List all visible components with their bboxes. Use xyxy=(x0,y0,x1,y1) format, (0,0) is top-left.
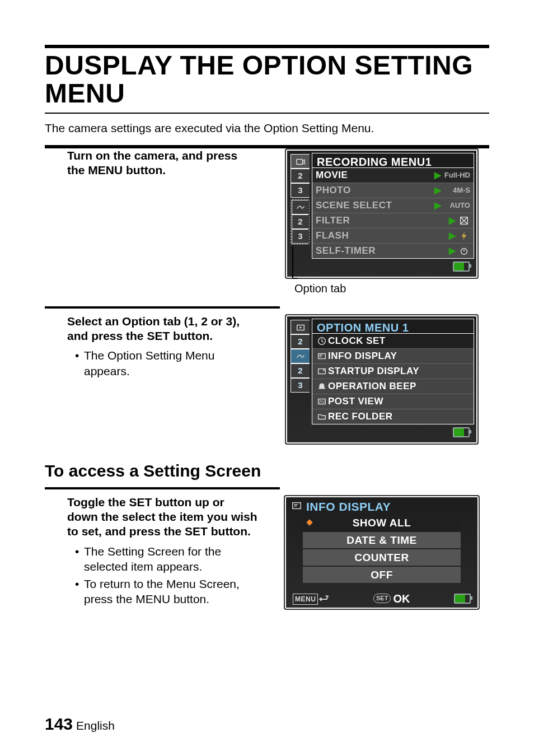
page-title: DUSPLAY THE OPTION SETTING MENU xyxy=(45,52,489,108)
option-menu-screen: 2 2 3 OPTION MENU 1 CLOCK SET INFO DISPL… xyxy=(285,314,479,445)
startup-icon xyxy=(316,366,328,376)
beep-icon xyxy=(316,381,328,391)
menu-row-startup[interactable]: STARTUP DISPLAY xyxy=(312,363,474,379)
rec-tab-1[interactable] xyxy=(291,154,310,169)
menu-row-info[interactable]: INFO DISPLAY xyxy=(312,348,474,363)
menu-row-flash[interactable]: FLASH▶ xyxy=(312,228,474,243)
setting-opt-counter[interactable]: COUNTER xyxy=(303,549,461,566)
display-icon xyxy=(292,501,302,512)
option-tab-2[interactable]: 2 xyxy=(292,214,308,229)
display-icon xyxy=(316,351,328,361)
opt-menu-title: OPTION MENU 1 xyxy=(312,319,474,333)
setting-header: INFO DISPLAY xyxy=(306,501,391,512)
svg-text:PV: PV xyxy=(320,399,325,404)
menu-row-photo[interactable]: PHOTO▶4M-S xyxy=(312,183,474,198)
menu-row-filter[interactable]: FILTER▶ xyxy=(312,213,474,228)
battery-icon xyxy=(454,594,471,604)
filter-icon xyxy=(458,216,470,226)
setting-opt-off[interactable]: OFF xyxy=(303,567,461,583)
setting-opt-showall[interactable]: SHOW ALL xyxy=(303,515,461,531)
svg-rect-10 xyxy=(293,502,301,508)
section2-title: To access a Setting Screen xyxy=(45,461,489,480)
return-icon: ⮐ xyxy=(319,592,329,604)
step1-heading: Turn on the camera, and press the MENU b… xyxy=(67,148,257,178)
clock-icon xyxy=(316,336,328,346)
opt-tab-2[interactable]: 2 xyxy=(291,363,310,378)
step3-bullet-1: The Setting Screen for the selected item… xyxy=(76,544,257,575)
svg-rect-5 xyxy=(318,353,326,358)
option-tab-1[interactable] xyxy=(292,200,308,214)
battery-icon xyxy=(453,262,470,272)
step3-heading: Toggle the SET button up or down the sel… xyxy=(67,495,257,539)
play-tab-2[interactable]: 2 xyxy=(291,334,310,349)
step2-bullet: The Option Setting Menu appears. xyxy=(76,348,257,379)
rec-tab-3[interactable]: 3 xyxy=(291,183,310,198)
ok-hint: SETOK xyxy=(373,593,410,604)
arrow-icon: ▶ xyxy=(434,171,441,180)
menu-row-postview[interactable]: PVPOST VIEW xyxy=(312,394,474,409)
play-tab-1[interactable] xyxy=(291,320,310,334)
option-tab-3[interactable]: 3 xyxy=(292,229,308,244)
flash-icon xyxy=(458,231,470,241)
option-tab-callout: Option tab xyxy=(294,282,346,295)
menu-row-clock[interactable]: CLOCK SET xyxy=(312,334,474,348)
svg-point-7 xyxy=(323,370,325,371)
rec-tab-2[interactable]: 2 xyxy=(291,169,310,183)
menu-row-recfolder[interactable]: REC FOLDER xyxy=(312,409,474,424)
folder-icon xyxy=(316,412,328,422)
battery-icon xyxy=(453,427,470,437)
step2-heading: Select an Option tab (1, 2 or 3), and pr… xyxy=(67,314,257,344)
svg-rect-6 xyxy=(318,368,326,374)
recording-menu-screen: 2 3 2 3 RECORDING MENU1 MOVIE▶Full-HD PH… xyxy=(285,148,479,279)
opt-tab-1[interactable] xyxy=(291,349,310,363)
timer-icon xyxy=(458,246,470,256)
svg-rect-0 xyxy=(296,159,302,164)
setting-opt-datetime[interactable]: DATE & TIME xyxy=(303,532,461,548)
postview-icon: PV xyxy=(316,396,328,407)
menu-back-hint: MENU⮐ xyxy=(293,593,329,604)
page-footer: 143English xyxy=(45,715,115,734)
menu-row-scene[interactable]: SCENE SELECT▶AUTO xyxy=(312,198,474,213)
menu-row-beep[interactable]: OPERATION BEEP xyxy=(312,379,474,394)
step3-bullet-2: To return to the Menu Screen, press the … xyxy=(76,576,257,607)
menu-row-selftimer[interactable]: SELF-TIMER▶ xyxy=(312,243,474,258)
rec-menu-title: RECORDING MENU1 xyxy=(312,153,474,167)
intro-text: The camera settings are executed via the… xyxy=(45,122,489,135)
setting-screen: INFO DISPLAY SHOW ALL DATE & TIME COUNTE… xyxy=(284,495,480,610)
opt-tab-3[interactable]: 3 xyxy=(291,378,310,393)
menu-row-movie[interactable]: MOVIE▶Full-HD xyxy=(312,168,474,183)
